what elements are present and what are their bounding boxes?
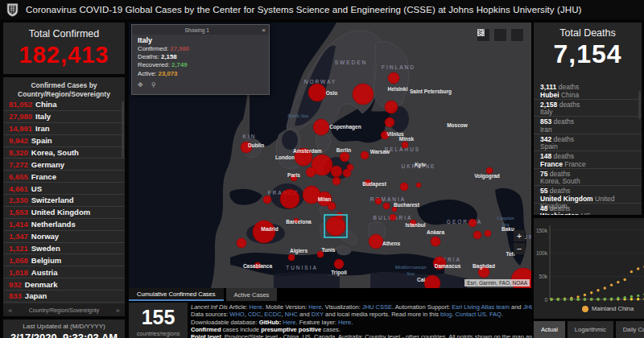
magnifier-icon[interactable]: ⚲ [151, 81, 156, 89]
confirmed-row[interactable]: 1,018Austria [3, 266, 125, 278]
basemap-grid-icon[interactable] [511, 29, 523, 41]
map-toolbar [477, 29, 523, 41]
case-bubble[interactable] [400, 183, 408, 191]
map-tab-bar: Cumulative Confirmed CasesActive Cases [129, 288, 531, 301]
footer-text: . [351, 319, 353, 326]
confirmed-row[interactable]: 9,942Spain [3, 135, 125, 147]
confirmed-row[interactable]: 1,058Belgium [3, 254, 125, 266]
confirmed-list-scrollbar[interactable] [122, 101, 124, 158]
footer-link[interactable]: WHO [229, 311, 244, 318]
deaths-row[interactable]: 48 deathsWashington US [534, 204, 642, 216]
case-bubble[interactable] [402, 142, 408, 148]
world-map[interactable]: NORWAYSWEDENFINLANDBELARUSUKRAINEROMANIA… [129, 23, 531, 288]
confirmed-row[interactable]: 27,980Italy [3, 111, 125, 123]
footer-link[interactable]: JHU CSSE [362, 303, 392, 311]
case-bubble[interactable] [353, 84, 374, 105]
chart-tab-actual[interactable]: Actual [534, 321, 565, 338]
case-bubble[interactable] [313, 119, 329, 135]
deaths-list-scrollbar[interactable] [638, 91, 641, 119]
footer-link[interactable]: ECDC [264, 311, 281, 318]
zoom-in-button[interactable]: + [514, 230, 525, 241]
footer-link[interactable]: Esri Living Atlas team [452, 303, 510, 311]
confirmed-row[interactable]: 4,661US [3, 183, 125, 195]
confirmed-row[interactable]: 14,991Iran [3, 123, 125, 135]
case-bubble[interactable] [331, 166, 342, 177]
footer-link[interactable]: JHU APL [523, 303, 532, 311]
case-bubble[interactable] [328, 202, 336, 210]
case-bubble[interactable] [280, 189, 299, 208]
confirmed-row[interactable]: 1,121Sweden [3, 243, 125, 255]
case-bubble[interactable] [332, 177, 341, 185]
case-bubble[interactable] [336, 212, 343, 219]
footer-text: Point level [191, 333, 221, 338]
case-bubble[interactable] [347, 164, 353, 171]
case-bubble[interactable] [416, 183, 421, 188]
case-bubble[interactable] [388, 72, 399, 84]
case-bubble[interactable] [237, 238, 246, 248]
confirmed-row[interactable]: 81,052China [3, 99, 125, 111]
confirmed-row[interactable]: 8,320Korea, South [3, 147, 125, 159]
case-bubble[interactable] [375, 198, 382, 204]
case-bubble[interactable] [431, 237, 440, 246]
deaths-row[interactable]: 148 deathsFrance France [534, 151, 642, 169]
zoom-to-icon[interactable]: ✥ [138, 81, 143, 89]
case-bubble[interactable] [383, 203, 390, 209]
case-bubble[interactable] [326, 216, 345, 236]
confirmed-row[interactable]: 1,553United Kingdom [3, 207, 125, 219]
map-tab-cumulative-confirmed-cases[interactable]: Cumulative Confirmed Cases [129, 288, 224, 301]
case-bubble[interactable] [288, 254, 295, 261]
svg-text:Dublin: Dublin [248, 142, 264, 148]
zoom-out-button[interactable]: − [514, 243, 525, 254]
legend-item[interactable]: Mainland China [582, 305, 634, 312]
case-bubble[interactable] [253, 221, 275, 243]
chart-tab-logarithmic[interactable]: Logarithmic [568, 321, 613, 338]
deaths-row[interactable]: 2,158 deathsItaly [534, 100, 642, 117]
case-bubble[interactable] [306, 167, 316, 177]
confirmed-row[interactable]: 932Denmark [3, 278, 125, 291]
pager-right-icon[interactable]: ▹ [117, 307, 120, 314]
footer-link[interactable]: NHC [285, 311, 298, 318]
deaths-row[interactable]: 853 deathsIran [534, 117, 642, 134]
case-bubble[interactable] [369, 234, 383, 249]
footer-link[interactable]: DXY [312, 311, 324, 318]
case-bubble[interactable] [340, 152, 349, 162]
confirmed-row[interactable]: 2,330Switzerland [3, 195, 125, 207]
case-bubble[interactable] [473, 231, 481, 239]
confirmed-row[interactable]: 6,655France [3, 171, 125, 183]
svg-text:50k: 50k [539, 274, 548, 279]
case-bubble[interactable] [263, 196, 271, 204]
deaths-row[interactable]: 55 deathsUnited Kingdom United Kingdom [534, 186, 642, 204]
legend-list-icon[interactable] [494, 29, 506, 41]
case-bubble[interactable] [308, 84, 326, 101]
last-updated-label: Last Updated at (M/D/YYYY) [3, 319, 125, 330]
footer-link[interactable]: Here [250, 303, 262, 311]
confirmed-row[interactable]: 1,414Netherlands [3, 219, 125, 231]
popup-close-icon[interactable]: × [262, 27, 266, 34]
case-bubble[interactable] [390, 214, 396, 221]
case-bubble[interactable] [485, 230, 491, 237]
case-bubble[interactable] [361, 151, 369, 159]
svg-text:Mediterranean: Mediterranean [394, 264, 427, 270]
deaths-row[interactable]: 342 deathsSpain [534, 134, 642, 152]
map-tab-active-cases[interactable]: Active Cases [226, 288, 278, 301]
footer-link[interactable]: Here [338, 319, 351, 326]
confirmed-row[interactable]: 1,347Norway [3, 231, 125, 243]
case-bubble[interactable] [334, 259, 344, 269]
case-bubble[interactable] [469, 219, 477, 227]
deaths-row[interactable]: 3,111 deathsHubei China [534, 82, 642, 100]
footer-link[interactable]: Here [308, 303, 321, 311]
deaths-row[interactable]: 75 deathsKorea, South [534, 169, 642, 187]
confirmed-country-list: 81,052China27,980Italy14,991Iran9,942Spa… [3, 99, 125, 304]
chart-tab-daily-cases[interactable]: Daily Cases [616, 321, 644, 338]
case-bubble[interactable] [385, 117, 394, 127]
footer-link[interactable]: blog [440, 311, 452, 318]
confirmed-row[interactable]: 7,272Germany [3, 159, 125, 171]
case-bubble[interactable] [385, 101, 398, 113]
footer-link[interactable]: FAQ [489, 311, 502, 318]
total-deaths-value: 7,154 [534, 39, 642, 69]
confirmed-row[interactable]: 833Japan [3, 291, 125, 303]
footer-link[interactable]: CDC [248, 311, 261, 318]
footer-link[interactable]: Here [283, 319, 295, 326]
footer-link[interactable]: Contact US [455, 311, 485, 318]
pager-left-icon[interactable]: ◃ [8, 307, 11, 314]
